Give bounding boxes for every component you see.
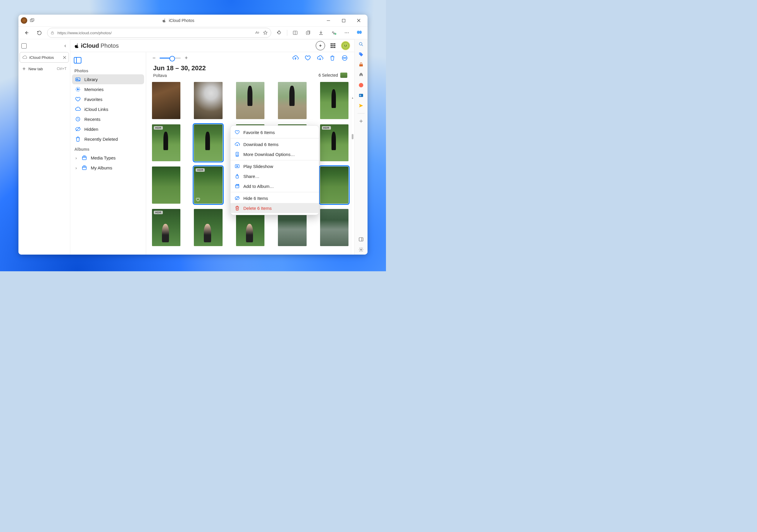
scroll-up-icon[interactable]: ▲ xyxy=(351,97,354,99)
copilot-icon[interactable] xyxy=(355,28,365,38)
collapse-tabs-icon[interactable] xyxy=(64,44,67,48)
hdr-badge: HDR xyxy=(322,126,331,130)
collections-icon[interactable] xyxy=(303,28,313,38)
sidebar-label: Favorites xyxy=(84,97,103,102)
ctx-slideshow[interactable]: Play Slideshow xyxy=(230,161,319,171)
photo-thumbnail[interactable] xyxy=(320,209,348,246)
sidebar-section-albums: Albums xyxy=(72,144,144,153)
hdr-badge: HDR xyxy=(196,168,205,172)
photo-thumbnail[interactable] xyxy=(320,166,348,204)
ctx-add-to-album[interactable]: Add to Album… xyxy=(230,181,319,191)
extensions-icon[interactable] xyxy=(274,28,284,38)
sidebar-item-memories[interactable]: Memories xyxy=(72,84,144,94)
ctx-hide[interactable]: Hide 6 Items xyxy=(230,193,319,203)
photo-thumbnail[interactable] xyxy=(152,166,180,204)
tab-icloud-photos[interactable]: iCloud Photos xyxy=(20,52,69,63)
ctx-delete[interactable]: Delete 6 Items xyxy=(230,203,319,213)
tab-actions-icon[interactable] xyxy=(21,43,27,48)
svg-rect-48 xyxy=(359,238,363,241)
sidebar-item-hidden[interactable]: Hidden xyxy=(72,124,144,134)
brand-photos: Photos xyxy=(101,42,119,49)
profile-avatar[interactable] xyxy=(21,17,27,24)
brand-icloud: iCloud xyxy=(81,42,99,49)
downloads-icon[interactable] xyxy=(316,28,326,38)
sidebar-item-recents[interactable]: Recents xyxy=(72,114,144,124)
games-icon[interactable] xyxy=(358,72,364,78)
photo-thumbnail[interactable] xyxy=(320,82,348,119)
svg-point-38 xyxy=(346,58,346,58)
zoom-slider[interactable]: − + xyxy=(151,55,189,61)
minimize-button[interactable] xyxy=(322,14,335,26)
send-icon[interactable] xyxy=(358,102,364,109)
close-tab-icon[interactable] xyxy=(63,56,66,59)
sidebar-item-library[interactable]: Library xyxy=(72,74,144,84)
browser-window: iCloud Photos https://www.icloud.com/pho… xyxy=(18,14,368,255)
heart-icon xyxy=(196,197,200,202)
ctx-share[interactable]: Share… xyxy=(230,171,319,181)
sidebar-item-icloud-links[interactable]: iCloud Links xyxy=(72,104,144,114)
context-menu: Favorite 6 Items Download 6 Items More D… xyxy=(230,125,319,215)
performance-icon[interactable] xyxy=(329,28,339,38)
shopping-tag-icon[interactable] xyxy=(358,51,364,58)
svg-rect-0 xyxy=(30,19,33,22)
url-text: https://www.icloud.com/photos/ xyxy=(57,31,111,35)
titlebar: iCloud Photos xyxy=(18,14,368,27)
split-screen-icon[interactable] xyxy=(290,28,300,38)
plus-icon xyxy=(22,67,26,71)
download-button[interactable] xyxy=(316,54,324,62)
icloud-sidebar: Photos Library Memories Favorites xyxy=(70,52,146,255)
photo-thumbnail[interactable]: HDR xyxy=(152,125,180,161)
back-button[interactable] xyxy=(21,28,31,38)
create-button[interactable] xyxy=(316,41,325,50)
ctx-favorite[interactable]: Favorite 6 Items xyxy=(230,127,319,137)
hide-sidebar-icon[interactable] xyxy=(358,236,364,242)
edge-sidebar xyxy=(354,39,368,255)
favorite-button[interactable] xyxy=(303,54,312,62)
selected-thumb-icon[interactable] xyxy=(340,72,347,78)
sidebar-section-photos: Photos xyxy=(72,66,144,74)
new-tab-button[interactable]: New tab Ctrl+T xyxy=(20,64,69,74)
photo-thumbnail[interactable]: HDR xyxy=(194,166,222,204)
photo-thumbnail[interactable]: HDR xyxy=(152,209,180,246)
zoom-in-icon[interactable]: + xyxy=(184,55,189,61)
date-range-heading: Jun 18 – 30, 2022 xyxy=(153,64,206,72)
read-aloud-icon[interactable] xyxy=(255,30,260,35)
delete-button[interactable] xyxy=(328,54,337,62)
sidebar-toggle-icon[interactable] xyxy=(74,57,81,64)
photo-thumbnail[interactable] xyxy=(194,82,222,119)
photo-thumbnail[interactable] xyxy=(152,82,180,119)
photo-controls-bar: − + xyxy=(146,52,354,64)
close-button[interactable] xyxy=(352,14,365,26)
sidebar-item-favorites[interactable]: Favorites xyxy=(72,94,144,104)
maximize-button[interactable] xyxy=(337,14,350,26)
tools-icon[interactable] xyxy=(358,62,364,68)
sidebar-item-media-types[interactable]: › Media Types xyxy=(72,153,144,163)
photo-thumbnail[interactable]: HDR xyxy=(320,125,348,161)
m365-icon[interactable] xyxy=(358,82,364,88)
svg-rect-54 xyxy=(235,185,239,188)
zoom-out-icon[interactable]: − xyxy=(151,55,157,61)
settings-icon[interactable] xyxy=(358,246,364,253)
sidebar-item-recently-deleted[interactable]: Recently Deleted xyxy=(72,134,144,144)
more-actions-button[interactable] xyxy=(340,54,349,62)
address-bar[interactable]: https://www.icloud.com/photos/ xyxy=(47,28,271,38)
workspaces-icon[interactable] xyxy=(30,18,35,23)
account-avatar[interactable] xyxy=(341,41,350,50)
add-sidebar-icon[interactable] xyxy=(358,118,364,125)
more-menu-icon[interactable] xyxy=(342,28,352,38)
photo-thumbnail[interactable] xyxy=(236,82,264,119)
refresh-button[interactable] xyxy=(34,28,44,38)
photo-thumbnail[interactable] xyxy=(194,125,222,161)
scrollbar-thumb[interactable] xyxy=(352,134,353,139)
ctx-download[interactable]: Download 6 Items xyxy=(230,139,319,149)
upload-button[interactable] xyxy=(291,54,300,62)
sidebar-item-my-albums[interactable]: › My Albums xyxy=(72,163,144,173)
app-grid-button[interactable] xyxy=(329,41,337,50)
ctx-more-download[interactable]: More Download Options… xyxy=(230,149,319,159)
outlook-icon[interactable] xyxy=(358,92,364,98)
favorite-star-icon[interactable] xyxy=(263,30,268,35)
scrollbar[interactable]: ▲ ▼ xyxy=(351,97,354,255)
photo-thumbnail[interactable] xyxy=(194,209,222,246)
photo-thumbnail[interactable] xyxy=(278,82,306,119)
search-icon[interactable] xyxy=(358,41,364,47)
